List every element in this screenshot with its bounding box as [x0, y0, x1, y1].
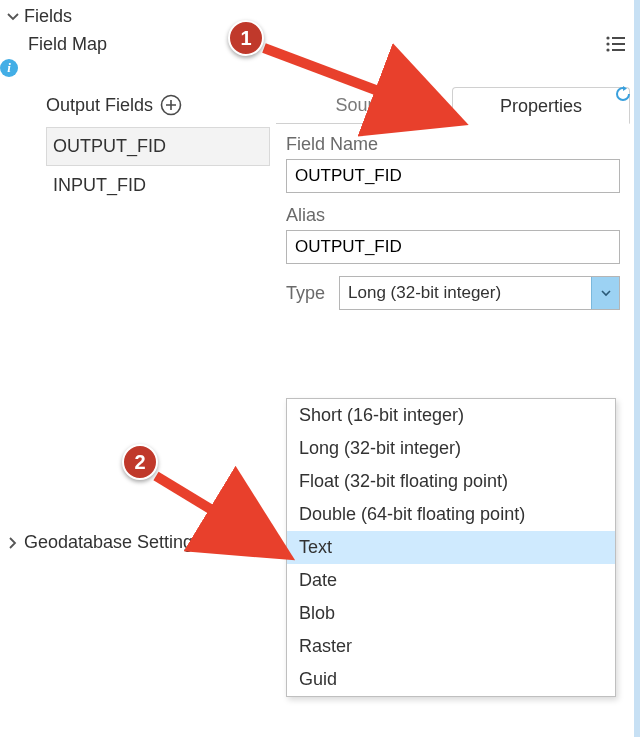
- info-icon[interactable]: i: [0, 59, 18, 77]
- type-option-label: Text: [299, 537, 332, 557]
- output-fields-label: Output Fields: [46, 95, 153, 116]
- svg-rect-1: [612, 37, 625, 39]
- alias-label: Alias: [286, 205, 620, 226]
- type-option[interactable]: Raster: [287, 630, 615, 663]
- type-option-label: Short (16-bit integer): [299, 405, 464, 425]
- tab-source[interactable]: Source: [276, 87, 452, 124]
- annotation-badge-label: 2: [134, 451, 145, 474]
- properties-column: Source Properties Field Name Alias Type …: [270, 87, 630, 310]
- svg-rect-3: [612, 43, 625, 45]
- type-option[interactable]: Text: [287, 531, 615, 564]
- chevron-right-icon: [6, 536, 20, 550]
- type-option-label: Long (32-bit integer): [299, 438, 461, 458]
- fields-body: i Field Map Output Fields: [0, 29, 640, 310]
- field-item-label: OUTPUT_FID: [53, 136, 166, 156]
- type-option-label: Raster: [299, 636, 352, 656]
- svg-point-0: [606, 36, 609, 39]
- type-dropdown-list: Short (16-bit integer) Long (32-bit inte…: [286, 398, 616, 697]
- annotation-badge-label: 1: [240, 27, 251, 50]
- output-field-item[interactable]: OUTPUT_FID: [46, 127, 270, 166]
- type-option[interactable]: Date: [287, 564, 615, 597]
- field-name-label: Field Name: [286, 134, 620, 155]
- type-dropdown[interactable]: Long (32-bit integer): [339, 276, 620, 310]
- geodatabase-section-header[interactable]: Geodatabase Settings: [0, 526, 206, 555]
- type-option[interactable]: Guid: [287, 663, 615, 696]
- type-option-label: Blob: [299, 603, 335, 623]
- svg-rect-5: [612, 49, 625, 51]
- type-option[interactable]: Short (16-bit integer): [287, 399, 615, 432]
- annotation-badge-1: 1: [228, 20, 264, 56]
- type-option-label: Float (32-bit floating point): [299, 471, 508, 491]
- add-field-button[interactable]: [159, 93, 183, 117]
- chevron-down-icon: [6, 10, 20, 24]
- alias-input[interactable]: [286, 230, 620, 264]
- field-map-label: Field Map: [28, 34, 602, 55]
- field-name-input[interactable]: [286, 159, 620, 193]
- fields-title: Fields: [24, 6, 72, 27]
- type-option-label: Guid: [299, 669, 337, 689]
- type-dropdown-value: Long (32-bit integer): [340, 283, 591, 303]
- annotation-badge-2: 2: [122, 444, 158, 480]
- output-fields-column: Output Fields OUTPUT_FID INPUT_FID: [0, 87, 270, 310]
- type-option[interactable]: Blob: [287, 597, 615, 630]
- tab-properties[interactable]: Properties: [452, 87, 630, 124]
- type-option-label: Date: [299, 570, 337, 590]
- geodatabase-title: Geodatabase Settings: [24, 532, 202, 553]
- type-option[interactable]: Float (32-bit floating point): [287, 465, 615, 498]
- svg-point-4: [606, 48, 609, 51]
- fields-section-header[interactable]: Fields: [0, 0, 640, 29]
- tab-source-label: Source: [335, 95, 392, 115]
- output-field-item[interactable]: INPUT_FID: [46, 166, 270, 205]
- type-label: Type: [286, 283, 325, 304]
- field-item-label: INPUT_FID: [53, 175, 146, 195]
- tab-properties-label: Properties: [500, 96, 582, 116]
- type-option[interactable]: Double (64-bit floating point): [287, 498, 615, 531]
- reset-icon[interactable]: [612, 85, 634, 103]
- type-option[interactable]: Long (32-bit integer): [287, 432, 615, 465]
- type-option-label: Double (64-bit floating point): [299, 504, 525, 524]
- list-icon[interactable]: [602, 31, 630, 57]
- svg-point-2: [606, 42, 609, 45]
- chevron-down-icon: [591, 277, 619, 309]
